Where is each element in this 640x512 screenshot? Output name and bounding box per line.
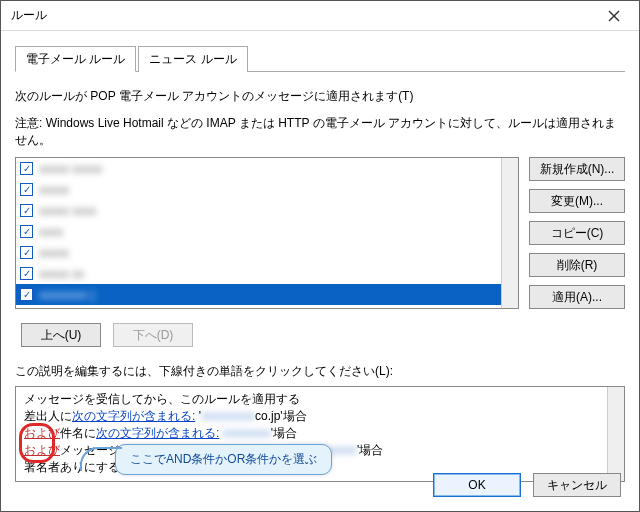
move-down-button: 下へ(D) [113, 323, 193, 347]
rule-name: xxxx [39, 225, 63, 239]
description-label: この説明を編集するには、下線付きの単語をクリックしてください(L): [15, 363, 625, 380]
rule-name: xxxxx [39, 183, 69, 197]
imap-notice: 注意: Windows Live Hotmail などの IMAP または HT… [15, 115, 625, 149]
rule-list-item[interactable]: ✓xxxxx [16, 179, 518, 200]
rule-name: xxxxx xx [39, 267, 84, 281]
copy-rule-button[interactable]: コピー(C) [529, 221, 625, 245]
dialog-body: 電子メール ルール ニュース ルール 次のルールが POP 電子メール アカウン… [1, 31, 639, 511]
rule-list-item[interactable]: ✓xxxxx xxxx [16, 200, 518, 221]
window-title: ルール [11, 7, 593, 24]
sender-condition-link[interactable]: 次の文字列が含まれる: [72, 409, 195, 423]
close-button[interactable] [593, 2, 635, 30]
rules-dialog: ルール 電子メール ルール ニュース ルール 次のルールが POP 電子メール … [0, 0, 640, 512]
annotation-callout: ここでAND条件かOR条件かを選ぶ [115, 444, 332, 475]
rule-checkbox[interactable]: ✓ [20, 225, 33, 238]
tab-bar: 電子メール ルール ニュース ルール [15, 45, 625, 72]
rule-list-item[interactable]: ✓xxxxx [16, 242, 518, 263]
rule-target-heading: 次のルールが POP 電子メール アカウントのメッセージに適用されます(T) [15, 88, 625, 105]
logic-operator-link-1[interactable]: および [24, 426, 60, 440]
rule-list-item[interactable]: ✓xxxxxxxx ) [16, 284, 518, 305]
rule-list-item[interactable]: ✓xxxx [16, 221, 518, 242]
tab-news-rules[interactable]: ニュース ルール [138, 46, 247, 72]
desc-line-3: および件名に次の文字列が含まれる: xxxxxxxx'場合 [24, 425, 602, 442]
rule-list[interactable]: ✓xxxxx xxxxx✓xxxxx✓xxxxx xxxx✓xxxx✓xxxxx… [15, 157, 519, 309]
rule-checkbox[interactable]: ✓ [20, 288, 33, 301]
rule-checkbox[interactable]: ✓ [20, 183, 33, 196]
move-up-button[interactable]: 上へ(U) [21, 323, 101, 347]
rule-list-scrollbar[interactable] [501, 158, 518, 308]
rule-checkbox[interactable]: ✓ [20, 162, 33, 175]
close-icon [608, 10, 620, 22]
rule-list-item[interactable]: ✓xxxxx xx [16, 263, 518, 284]
subject-condition-link[interactable]: 次の文字列が含まれる: [96, 426, 219, 440]
desc-line-1: メッセージを受信してから、このルールを適用する [24, 391, 602, 408]
dialog-footer: OK キャンセル [433, 473, 621, 497]
rule-action-buttons: 新規作成(N)... 変更(M)... コピー(C) 削除(R) 適用(A)..… [529, 157, 625, 309]
logic-operator-link-2[interactable]: および [24, 443, 60, 457]
rule-checkbox[interactable]: ✓ [20, 204, 33, 217]
apply-rule-button[interactable]: 適用(A)... [529, 285, 625, 309]
order-buttons: 上へ(U) 下へ(D) [21, 323, 625, 347]
titlebar: ルール [1, 1, 639, 31]
ok-button[interactable]: OK [433, 473, 521, 497]
rule-name: xxxxx xxxx [39, 204, 96, 218]
rule-name: xxxxxxxx ) [39, 288, 94, 302]
desc-line-2: 差出人に次の文字列が含まれる: 'xxxxxxxxxco.jp'場合 [24, 408, 602, 425]
rule-list-item[interactable]: ✓xxxxx xxxxx [16, 158, 518, 179]
cancel-button[interactable]: キャンセル [533, 473, 621, 497]
edit-rule-button[interactable]: 変更(M)... [529, 189, 625, 213]
rule-name: xxxxx xxxxx [39, 162, 102, 176]
rule-name: xxxxx [39, 246, 69, 260]
tab-email-rules[interactable]: 電子メール ルール [15, 46, 136, 72]
delete-rule-button[interactable]: 削除(R) [529, 253, 625, 277]
new-rule-button[interactable]: 新規作成(N)... [529, 157, 625, 181]
rule-checkbox[interactable]: ✓ [20, 246, 33, 259]
rule-checkbox[interactable]: ✓ [20, 267, 33, 280]
description-scrollbar[interactable] [607, 387, 624, 481]
